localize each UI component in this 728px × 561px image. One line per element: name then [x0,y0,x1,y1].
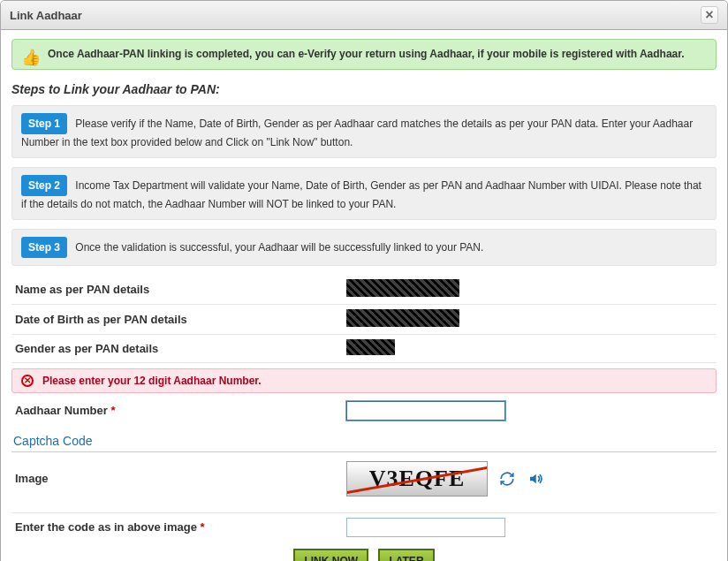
step-2-box: Step 2 Income Tax Department will valida… [11,167,717,220]
captcha-legend: Captcha Code [11,430,717,452]
dialog-titlebar: Link Aadhaar × [1,1,727,30]
step-pill: Step 3 [21,237,67,258]
step-text: Once the validation is successful, your … [75,241,483,254]
step-pill: Step 1 [21,113,67,134]
name-label: Name as per PAN details [15,283,346,296]
aadhaar-label: Aadhaar Number * [15,404,346,417]
steps-heading: Steps to Link your Aadhaar to PAN: [11,82,717,96]
link-aadhaar-dialog: Link Aadhaar × 👍 Once Aadhaar-PAN linkin… [0,0,728,561]
refresh-captcha-icon[interactable] [498,470,516,488]
captcha-code-input[interactable] [346,518,505,537]
required-marker: * [201,520,205,534]
captcha-code-row: Enter the code as in above image * [11,513,717,542]
captcha-image-row: Image V3EQFE [11,452,717,513]
name-value-redacted [346,279,459,297]
error-banner: ✕ Please enter your 12 digit Aadhaar Num… [11,368,717,393]
required-marker: * [110,404,115,417]
name-row: Name as per PAN details [11,275,717,305]
error-icon: ✕ [21,375,34,387]
step-pill: Step 2 [21,175,67,196]
captcha-code-label: Enter the code as in above image * [15,520,346,534]
gender-value-redacted [346,339,395,355]
thumbs-up-icon: 👍 [21,47,41,69]
captcha-image: V3EQFE [346,461,488,497]
later-button[interactable]: LATER [378,549,434,561]
close-icon[interactable]: × [701,6,718,24]
captcha-image-label: Image [15,472,346,485]
step-3-box: Step 3 Once the validation is successful… [11,229,717,266]
dialog-content: 👍 Once Aadhaar-PAN linking is completed,… [1,30,727,561]
error-text: Please enter your 12 digit Aadhaar Numbe… [42,375,262,387]
gender-label: Gender as per PAN details [15,342,346,355]
dialog-title: Link Aadhaar [10,9,82,22]
dob-label: Date of Birth as per PAN details [15,313,346,326]
dob-row: Date of Birth as per PAN details [11,305,717,335]
info-banner-text: Once Aadhaar-PAN linking is completed, y… [48,48,685,60]
step-1-box: Step 1 Please verify if the Name, Date o… [11,105,717,158]
audio-captcha-icon[interactable] [527,470,544,488]
gender-row: Gender as per PAN details [11,335,717,363]
info-banner: 👍 Once Aadhaar-PAN linking is completed,… [11,39,717,70]
step-text: Please verify if the Name, Date of Birth… [21,118,693,148]
link-now-button[interactable]: LINK NOW [293,549,368,561]
aadhaar-input[interactable] [346,401,505,421]
step-text: Income Tax Department will validate your… [21,179,701,210]
aadhaar-row: Aadhaar Number * [11,397,717,425]
dob-value-redacted [346,309,459,327]
buttons-bar: LINK NOW LATER [11,542,717,561]
